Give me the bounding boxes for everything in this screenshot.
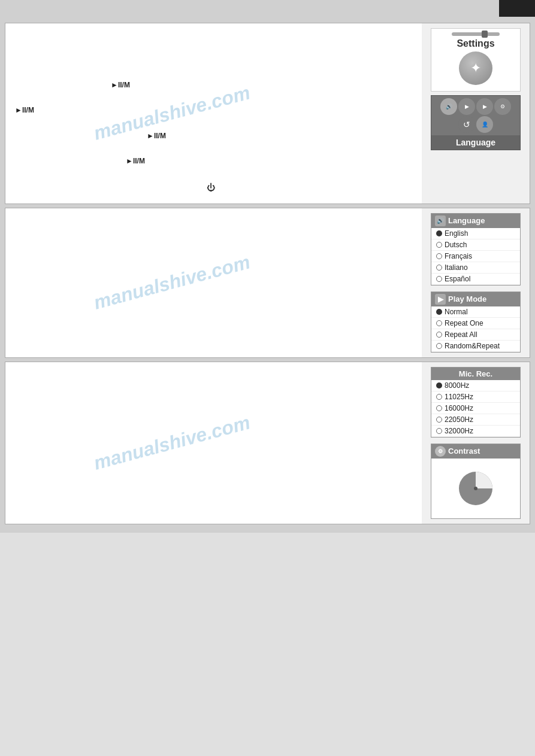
- lang-item-english[interactable]: English: [431, 228, 520, 239]
- watermark-3: manualshive.com: [92, 411, 253, 474]
- radio-random-repeat-empty: [436, 343, 442, 349]
- mic-22050-label: 22050Hz: [445, 415, 473, 424]
- radio-8000-filled: [436, 382, 442, 388]
- btn-symbol-3: ►II/M: [147, 132, 166, 140]
- page: manualshive.com ►II/M ►II/M ►II/M ►II/M …: [0, 0, 535, 533]
- s1-line5: [15, 93, 412, 103]
- playmode-panel-title: Play Mode: [448, 294, 486, 303]
- s1-line10: ►II/M: [126, 156, 412, 166]
- s1-line11: [15, 169, 412, 179]
- lang-dutsch-label: Dutsch: [445, 241, 467, 249]
- language-card-icons: 🔊 ▶ ▶ ⚙ ↺ 👤: [431, 96, 520, 135]
- playmode-item-repeat-all[interactable]: Repeat All: [431, 329, 520, 341]
- radio-32000-empty: [436, 428, 442, 434]
- s1-line8: ►II/M: [147, 130, 412, 141]
- mic-16000-label: 16000Hz: [445, 404, 473, 412]
- playmode-header-icon: ▶: [435, 294, 446, 305]
- s1-line6: ►II/M: [15, 105, 412, 116]
- s1-line1: [15, 42, 412, 53]
- lang-francais-label: Français: [445, 252, 472, 260]
- lang-english-label: English: [445, 229, 468, 238]
- section-2: manualshive.com 🔊 Language English Dutsc…: [5, 208, 530, 358]
- playmode-item-repeat-one[interactable]: Repeat One: [431, 318, 520, 329]
- language-panel-header: 🔊 Language: [431, 214, 520, 228]
- s1-line7: [15, 118, 412, 128]
- radio-dutsch-empty: [436, 242, 442, 248]
- radio-repeat-all-empty: [436, 332, 442, 338]
- section3-left: manualshive.com: [5, 362, 422, 524]
- playmode-item-normal[interactable]: Normal: [431, 306, 520, 318]
- btn-symbol-1: ►II/M: [111, 81, 130, 89]
- btn-symbol-4: ►II/M: [126, 157, 145, 165]
- mic-panel-header: Mic. Rec.: [431, 368, 520, 380]
- s1-line9: [15, 144, 412, 154]
- mic-32000-label: 32000Hz: [445, 427, 473, 435]
- section1-right: Settings 🔊 ▶ ▶ ⚙ ↺ 👤 Language: [422, 23, 530, 204]
- lang-icon-1: 🔊: [440, 98, 457, 115]
- watermark-2: manualshive.com: [92, 251, 253, 314]
- radio-english-filled: [436, 230, 442, 236]
- mic-panel: Mic. Rec. 8000Hz 11025Hz 16000Hz 22050Hz: [431, 367, 521, 438]
- lang-espanol-label: Español: [445, 275, 470, 283]
- radio-normal-filled: [436, 309, 442, 315]
- language-header-icon: 🔊: [435, 215, 446, 226]
- radio-espanol-empty: [436, 276, 442, 282]
- section3-right: Mic. Rec. 8000Hz 11025Hz 16000Hz 22050Hz: [422, 362, 530, 524]
- playmode-panel: ▶ Play Mode Normal Repeat One Repeat All: [431, 292, 521, 353]
- language-card-footer: Language: [431, 135, 520, 150]
- lang-icon-6: 👤: [476, 116, 493, 133]
- lang-italiano-label: Italiano: [445, 263, 468, 272]
- top-bar: [499, 0, 535, 17]
- contrast-panel-header: ⚙ Contrast: [431, 444, 520, 459]
- mic-item-8000[interactable]: 8000Hz: [431, 380, 520, 391]
- settings-card: Settings: [431, 28, 521, 92]
- lang-item-italiano[interactable]: Italiano: [431, 262, 520, 274]
- settings-star-icon: [459, 51, 492, 85]
- language-panel-title: Language: [448, 216, 485, 225]
- mic-11025-label: 11025Hz: [445, 393, 473, 401]
- radio-16000-empty: [436, 405, 442, 411]
- power-icon: ⏻: [207, 183, 215, 192]
- settings-title: Settings: [435, 38, 516, 49]
- section-1: manualshive.com ►II/M ►II/M ►II/M ►II/M …: [5, 23, 530, 204]
- mic-item-16000[interactable]: 16000Hz: [431, 403, 520, 414]
- lang-icon-5: ↺: [458, 116, 475, 133]
- lang-icon-3: ▶: [476, 98, 493, 115]
- section-3: manualshive.com Mic. Rec. 8000Hz 11025Hz…: [5, 362, 530, 524]
- mic-item-32000[interactable]: 32000Hz: [431, 426, 520, 437]
- s1-power: ⏻: [207, 181, 412, 194]
- radio-francais-empty: [436, 253, 442, 259]
- svg-point-1: [474, 487, 477, 490]
- playmode-repeat-one-label: Repeat One: [445, 319, 483, 327]
- playmode-panel-header: ▶ Play Mode: [431, 292, 520, 306]
- mic-item-22050[interactable]: 22050Hz: [431, 414, 520, 426]
- playmode-repeat-all-label: Repeat All: [445, 330, 477, 339]
- mic-item-11025[interactable]: 11025Hz: [431, 391, 520, 403]
- s1-line3: [15, 67, 412, 77]
- contrast-panel: ⚙ Contrast: [431, 444, 521, 519]
- playmode-random-repeat-label: Random&Repeat: [445, 342, 500, 350]
- lang-item-dutsch[interactable]: Dutsch: [431, 239, 520, 251]
- radio-22050-empty: [436, 417, 442, 423]
- lang-icon-4: ⚙: [494, 98, 511, 115]
- lang-item-espanol[interactable]: Español: [431, 274, 520, 285]
- radio-11025-empty: [436, 394, 442, 400]
- playmode-normal-label: Normal: [445, 308, 468, 316]
- contrast-pie-chart: [458, 470, 494, 506]
- section1-left: manualshive.com ►II/M ►II/M ►II/M ►II/M …: [5, 23, 422, 204]
- btn-symbol-2: ►II/M: [15, 106, 34, 114]
- playmode-item-random-repeat[interactable]: Random&Repeat: [431, 341, 520, 352]
- lang-icon-2: ▶: [458, 98, 475, 115]
- radio-repeat-one-empty: [436, 320, 442, 326]
- language-panel: 🔊 Language English Dutsch Français: [431, 213, 521, 286]
- language-card: 🔊 ▶ ▶ ⚙ ↺ 👤 Language: [431, 95, 521, 150]
- section2-left: manualshive.com: [5, 208, 422, 357]
- s1-line2: [15, 55, 412, 65]
- contrast-header-icon: ⚙: [435, 446, 446, 457]
- contrast-panel-title: Contrast: [448, 447, 480, 456]
- lang-item-francais[interactable]: Français: [431, 251, 520, 262]
- radio-italiano-empty: [436, 265, 442, 271]
- contrast-pie-container: [431, 459, 520, 518]
- mic-8000-label: 8000Hz: [445, 381, 469, 390]
- s1-line4: ►II/M: [111, 80, 412, 90]
